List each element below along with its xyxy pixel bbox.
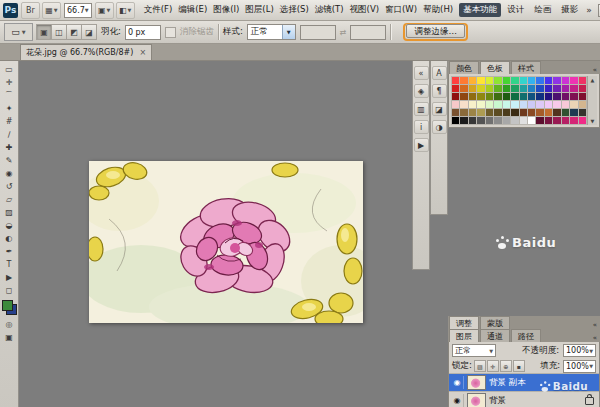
adjustments-panel-icon[interactable]: ◑: [432, 120, 447, 134]
screen-mode-icon[interactable]: ◧▼: [116, 2, 135, 19]
menubar-item[interactable]: 文件(F): [141, 4, 176, 16]
view-extras-icon[interactable]: ▦▼: [42, 2, 61, 19]
swatch[interactable]: [460, 77, 467, 84]
arrange-documents-icon[interactable]: ▣▼: [95, 2, 114, 19]
swatch[interactable]: [553, 93, 560, 100]
workspace-button[interactable]: 摄影: [557, 3, 582, 17]
swatch[interactable]: [579, 85, 586, 92]
move-tool[interactable]: ✛: [1, 76, 17, 89]
expand-panels-icon[interactable]: «: [414, 66, 429, 80]
swatch[interactable]: [486, 93, 493, 100]
canvas-pasteboard[interactable]: [19, 61, 412, 407]
character-panel-icon[interactable]: A: [432, 66, 447, 80]
tab-色板[interactable]: 色板: [480, 61, 510, 74]
panel-menu-icon[interactable]: «: [590, 66, 600, 74]
swatch[interactable]: [494, 109, 501, 116]
foreground-color-swatch[interactable]: [2, 300, 13, 311]
clone-stamp-tool[interactable]: ◉: [1, 167, 17, 180]
swatch[interactable]: [469, 77, 476, 84]
path-selection-tool[interactable]: ▶: [1, 271, 17, 284]
pen-tool[interactable]: ✒: [1, 245, 17, 258]
swatch[interactable]: [452, 117, 459, 124]
swatch[interactable]: [520, 93, 527, 100]
swatch[interactable]: [545, 77, 552, 84]
blend-mode-select[interactable]: 正常 ▼: [452, 344, 496, 357]
actions-panel-icon[interactable]: ▶: [414, 138, 429, 152]
swatch[interactable]: [460, 85, 467, 92]
swatch[interactable]: [579, 117, 586, 124]
eye-icon[interactable]: ◉: [451, 376, 464, 389]
swatch[interactable]: [528, 93, 535, 100]
swatch[interactable]: [579, 93, 586, 100]
swatch-scrollbar[interactable]: ▲ ▼: [587, 76, 597, 125]
fill-input[interactable]: 100% ▼: [563, 360, 596, 373]
swatch[interactable]: [545, 85, 552, 92]
swatch[interactable]: [486, 77, 493, 84]
swatch[interactable]: [469, 101, 476, 108]
document-tab[interactable]: 花朵.jpg @ 66.7%(RGB/8#) ×: [20, 44, 152, 60]
swatch[interactable]: [511, 77, 518, 84]
color-swatch-widget[interactable]: [2, 300, 17, 315]
workspace-button[interactable]: 绘画: [530, 3, 555, 17]
add-selection-button[interactable]: ◫: [51, 24, 67, 40]
new-selection-button[interactable]: ▣: [36, 24, 52, 40]
swatch[interactable]: [503, 101, 510, 108]
tab-图层[interactable]: 图层: [449, 329, 479, 342]
swatch[interactable]: [536, 109, 543, 116]
zoom-level-box[interactable]: 66.7 ▼: [64, 3, 92, 18]
dodge-tool[interactable]: ◐: [1, 232, 17, 245]
swatch[interactable]: [486, 117, 493, 124]
menubar-item[interactable]: 图像(I): [210, 4, 242, 16]
lock-all-icon[interactable]: ▪: [513, 360, 525, 372]
tab-通道[interactable]: 通道: [480, 329, 510, 342]
lock-position-icon[interactable]: ✛: [487, 360, 499, 372]
tab-调整[interactable]: 调整: [449, 316, 479, 329]
swatch[interactable]: [553, 109, 560, 116]
healing-brush-tool[interactable]: ✚: [1, 141, 17, 154]
crop-tool[interactable]: #: [1, 115, 17, 128]
swatch[interactable]: [511, 109, 518, 116]
histogram-panel-icon[interactable]: ▥: [414, 102, 429, 116]
history-brush-tool[interactable]: ↺: [1, 180, 17, 193]
menubar-item[interactable]: 窗口(W): [382, 4, 420, 16]
subtract-selection-button[interactable]: ◩: [66, 24, 82, 40]
quick-selection-tool[interactable]: ✦: [1, 102, 17, 115]
swatch[interactable]: [469, 117, 476, 124]
eyedropper-tool[interactable]: ∕: [1, 128, 17, 141]
swatch[interactable]: [469, 93, 476, 100]
swatch[interactable]: [570, 117, 577, 124]
swatch[interactable]: [528, 117, 535, 124]
swatch[interactable]: [545, 101, 552, 108]
eraser-tool[interactable]: ▱: [1, 193, 17, 206]
eye-icon[interactable]: ◉: [451, 394, 464, 407]
screen-mode-toggle-icon[interactable]: ▣: [1, 331, 17, 344]
blur-tool[interactable]: ◒: [1, 219, 17, 232]
swatch[interactable]: [503, 77, 510, 84]
lock-transparency-icon[interactable]: ▨: [474, 360, 486, 372]
swatch[interactable]: [528, 77, 535, 84]
swatch[interactable]: [494, 117, 501, 124]
swatch[interactable]: [553, 101, 560, 108]
swatch[interactable]: [452, 85, 459, 92]
swatch[interactable]: [469, 85, 476, 92]
swatch[interactable]: [503, 117, 510, 124]
swatch[interactable]: [536, 85, 543, 92]
swatch[interactable]: [486, 85, 493, 92]
workspace-overflow-button[interactable]: »: [584, 5, 594, 15]
intersect-selection-button[interactable]: ◪: [81, 24, 97, 40]
swatch[interactable]: [477, 93, 484, 100]
panel-menu-icon[interactable]: «: [590, 334, 600, 342]
swatch[interactable]: [503, 85, 510, 92]
swatch[interactable]: [511, 85, 518, 92]
swatch[interactable]: [452, 77, 459, 84]
swatch[interactable]: [511, 93, 518, 100]
swatch[interactable]: [562, 93, 569, 100]
menubar-item[interactable]: 编辑(E): [175, 4, 210, 16]
swatch[interactable]: [528, 101, 535, 108]
swatch[interactable]: [486, 101, 493, 108]
swatch[interactable]: [520, 77, 527, 84]
swatch[interactable]: [452, 101, 459, 108]
swatch[interactable]: [460, 117, 467, 124]
swatch[interactable]: [503, 109, 510, 116]
close-icon[interactable]: ×: [139, 48, 146, 57]
